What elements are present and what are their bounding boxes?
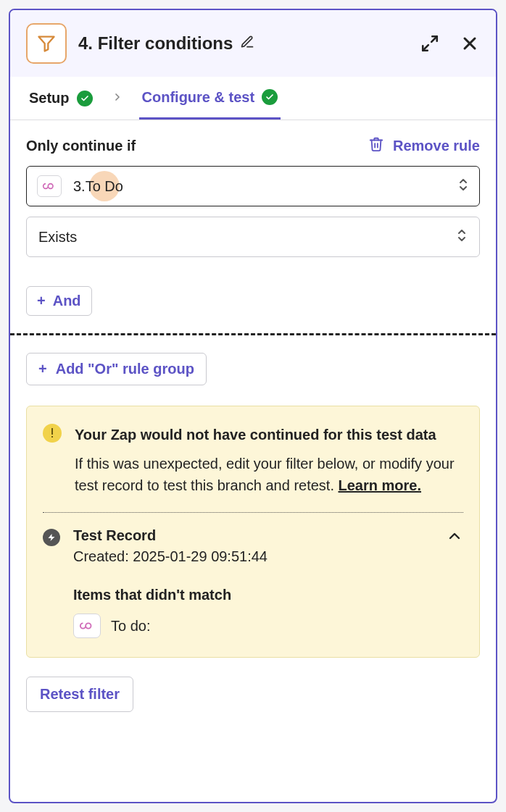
no-match-item-text: To do: <box>111 618 150 635</box>
add-and-button[interactable]: + And <box>26 286 92 316</box>
created-label: Created: <box>73 548 133 564</box>
add-or-label: Add "Or" rule group <box>56 361 194 377</box>
rule-field-select[interactable]: 3. To Do <box>26 166 480 206</box>
panel-header: 4. Filter conditions <box>10 10 496 77</box>
rule-field-value: To Do <box>86 178 123 194</box>
check-icon <box>77 91 93 106</box>
remove-rule-button[interactable]: Remove rule <box>368 136 480 156</box>
add-and-label: And <box>53 293 81 309</box>
chevron-updown-icon <box>457 177 469 196</box>
plus-icon: + <box>37 293 46 309</box>
check-icon <box>262 89 278 105</box>
rule-condition-select[interactable]: Exists <box>26 217 480 257</box>
rule-separator <box>10 333 496 335</box>
tab-setup[interactable]: Setup <box>26 77 96 120</box>
alert-header-row: Your Zap would not have continued for th… <box>43 424 463 496</box>
close-icon[interactable] <box>460 33 480 54</box>
chevron-right-icon <box>109 90 126 106</box>
items-didnt-match-label: Items that didn't match <box>73 587 433 603</box>
add-or-group-button[interactable]: + Add "Or" rule group <box>26 353 207 385</box>
alert-description: If this was unexpected, edit your filter… <box>75 453 463 496</box>
panel-body: Only continue if Remove rule 3. To Do Ex… <box>10 120 496 802</box>
trash-icon <box>368 136 384 156</box>
chevron-updown-icon <box>456 227 468 247</box>
warning-icon <box>43 424 62 443</box>
panel-title-row: 4. Filter conditions <box>78 33 409 54</box>
created-value: 2025-01-29 09:51:44 <box>133 548 267 564</box>
highlight-marker: To Do <box>86 178 123 195</box>
learn-more-link[interactable]: Learn more. <box>339 477 421 493</box>
no-match-item: To do: <box>73 614 433 638</box>
remove-rule-label: Remove rule <box>393 138 480 154</box>
svg-marker-7 <box>49 534 55 541</box>
pencil-icon[interactable] <box>240 33 254 54</box>
record-icon <box>43 529 60 546</box>
test-result-alert: Your Zap would not have continued for th… <box>26 406 480 658</box>
test-record-title: Test Record <box>73 527 433 544</box>
retest-filter-button[interactable]: Retest filter <box>26 677 133 712</box>
rule-field-prefix: 3. <box>73 178 86 195</box>
only-continue-label: Only continue if <box>26 138 136 154</box>
header-actions <box>420 33 480 54</box>
rule-condition-value: Exists <box>38 229 456 246</box>
infinity-icon <box>73 614 101 638</box>
filter-conditions-panel: 4. Filter conditions Setup Configure & t… <box>9 9 497 803</box>
chevron-up-icon[interactable] <box>446 527 463 548</box>
plus-icon: + <box>38 361 47 377</box>
alert-separator <box>43 512 463 513</box>
tab-configure-test[interactable]: Configure & test <box>139 77 281 120</box>
tab-setup-label: Setup <box>29 90 70 106</box>
tabs: Setup Configure & test <box>10 77 496 120</box>
filter-icon <box>26 23 67 64</box>
tab-configure-label: Configure & test <box>142 89 255 106</box>
svg-marker-0 <box>39 37 54 51</box>
expand-icon[interactable] <box>420 34 439 53</box>
alert-title: Your Zap would not have continued for th… <box>75 424 463 445</box>
test-record-row: Test Record Created: 2025-01-29 09:51:44… <box>43 527 463 638</box>
rule-header: Only continue if Remove rule <box>26 136 480 156</box>
svg-rect-6 <box>51 436 53 438</box>
panel-title: 4. Filter conditions <box>78 33 233 54</box>
test-record-created: Created: 2025-01-29 09:51:44 <box>73 548 433 565</box>
svg-rect-5 <box>51 428 53 435</box>
rule-field-text: 3. To Do <box>73 178 446 195</box>
infinity-icon <box>37 175 62 197</box>
